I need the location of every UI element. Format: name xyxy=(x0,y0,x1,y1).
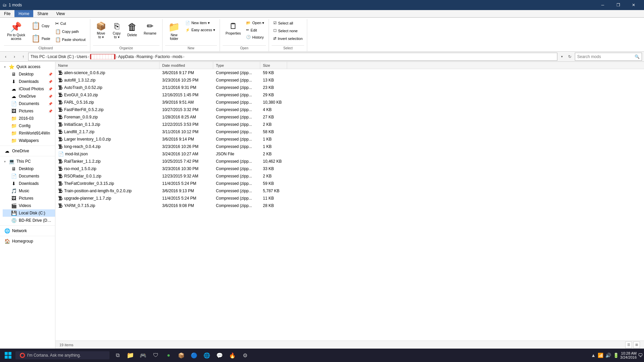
cut-button[interactable]: ✂ Cut xyxy=(53,20,87,27)
taskbar-app3[interactable]: 🛡 xyxy=(150,349,162,361)
sidebar-item-wallpapers[interactable]: 📁 Wallpapers xyxy=(3,137,55,144)
path-segment-user[interactable]: ████████ xyxy=(90,54,116,59)
easy-access-button[interactable]: ⚡ Easy access ▾ xyxy=(184,27,217,33)
table-row[interactable]: 🗜 TheFatController_0.3.15.zip 11/4/2015 … xyxy=(55,180,644,187)
table-row[interactable]: 📄 mod-list.json 3/24/2016 10:27 AM JSON … xyxy=(55,150,644,158)
refresh-button[interactable]: ↻ xyxy=(566,53,573,61)
table-row[interactable]: 🗜 AutoTrash_0.0.52.zip 2/11/2016 9:31 PM… xyxy=(55,84,644,91)
file-explorer-taskbar[interactable]: 📁 xyxy=(124,349,136,361)
close-button[interactable]: ✕ xyxy=(626,0,641,10)
select-none-button[interactable]: ☐ Select none xyxy=(272,28,304,34)
sidebar-item-config[interactable]: 📁 Config xyxy=(3,122,55,130)
taskbar-app5[interactable]: 📦 xyxy=(175,349,187,361)
move-to-button[interactable]: 📦 Moveto ▾ xyxy=(93,20,109,41)
back-button[interactable]: ‹ xyxy=(2,53,9,60)
tray-icon-1[interactable]: ▲ xyxy=(591,353,596,358)
battery-tray-icon[interactable]: 🔋 xyxy=(613,353,619,358)
sidebar-item-onedrive[interactable]: ☁ OneDrive 📌 xyxy=(3,93,55,100)
sidebar-item-pictures2[interactable]: 🖼 Pictures xyxy=(3,195,55,202)
path-segment-localdisk[interactable]: Local Disk (C:) xyxy=(48,54,74,59)
maximize-button[interactable]: ❐ xyxy=(610,0,626,10)
sidebar-item-music[interactable]: 🎵 Music xyxy=(3,187,55,195)
search-input[interactable] xyxy=(577,54,633,59)
path-segment-users[interactable]: Users xyxy=(77,54,87,59)
menu-file[interactable]: File xyxy=(0,10,14,17)
col-header-type[interactable]: Type xyxy=(213,62,260,69)
pin-to-quick-button[interactable]: 📌 Pin to Quickaccess xyxy=(4,20,28,42)
rename-button[interactable]: ✏ Rename xyxy=(141,20,159,37)
paste-button[interactable]: 📋 Paste xyxy=(29,33,53,45)
sidebar-item-icloud-photos[interactable]: ☁ iCloud Photos 📌 xyxy=(3,85,55,93)
path-segment-thispc[interactable]: This PC xyxy=(31,54,45,59)
taskbar-app7[interactable]: 💬 xyxy=(214,349,226,361)
table-row[interactable]: 🗜 YARM_0.7.15.zip 3/6/2016 9:08 PM Compr… xyxy=(55,202,644,209)
sidebar-item-2016-03[interactable]: 📁 2016-03 xyxy=(3,115,55,122)
sidebar-item-documents[interactable]: 📄 Documents 📌 xyxy=(3,100,55,107)
table-row[interactable]: 🗜 InitialScan_0.1.3.zip 12/22/2015 3:53 … xyxy=(55,121,644,128)
table-row[interactable]: 🗜 upgrade-planner_1.1.7.zip 11/4/2015 5:… xyxy=(55,195,644,202)
up-button[interactable]: ↑ xyxy=(19,53,27,60)
path-segment-factorio[interactable]: Factorio xyxy=(155,54,170,59)
icons-view-button[interactable]: ⊞ xyxy=(633,342,640,348)
table-row[interactable]: 🗜 long-reach_0.0.4.zip 3/23/2016 10:26 P… xyxy=(55,143,644,150)
sidebar-item-bdre[interactable]: 💿 BD-RE Drive (D:) Ver xyxy=(3,217,55,224)
table-row[interactable]: 🗜 alien-science_0.0.6.zip 3/6/2016 9:17 … xyxy=(55,69,644,76)
chrome-taskbar[interactable]: 🌐 xyxy=(201,349,213,361)
sidebar-item-rimworld[interactable]: 📁 RimWorld914Win xyxy=(3,130,55,137)
copy-button[interactable]: 📋 Copy xyxy=(29,20,53,32)
sidebar-item-network[interactable]: 🌐 Network xyxy=(0,227,55,235)
taskbar-app8[interactable]: 🔥 xyxy=(226,349,238,361)
taskbar-app6[interactable]: 🔵 xyxy=(188,349,200,361)
table-row[interactable]: 🗜 RailTanker_1.1.2.zip 10/25/2015 7:42 P… xyxy=(55,158,644,165)
sidebar-item-documents2[interactable]: 📄 Documents xyxy=(3,172,55,180)
minimize-button[interactable]: ─ xyxy=(595,0,610,10)
table-row[interactable]: 🗜 Foreman_0.0.9.zip 1/28/2016 8:25 AM Co… xyxy=(55,113,644,121)
start-button[interactable] xyxy=(1,349,15,362)
table-row[interactable]: 🗜 FARL_0.5.16.zip 3/9/2016 9:51 AM Compr… xyxy=(55,99,644,106)
sidebar-item-this-pc[interactable]: ▾ 💻 This PC xyxy=(0,158,55,165)
path-segment-mods[interactable]: mods xyxy=(173,54,182,59)
address-dropdown-button[interactable]: ▾ xyxy=(559,53,565,61)
path-segment-roaming[interactable]: Roaming xyxy=(136,54,152,59)
volume-tray-icon[interactable]: 🔊 xyxy=(605,353,611,358)
paste-shortcut-button[interactable]: 📋 Paste shortcut xyxy=(53,36,87,43)
taskbar-search[interactable]: ⭕ I'm Cortana. Ask me anything. xyxy=(15,351,109,359)
forward-button[interactable]: › xyxy=(11,53,18,60)
table-row[interactable]: 🗜 Train-position-and-length-fix_0.2.0.zi… xyxy=(55,187,644,195)
sidebar-item-videos[interactable]: 🎬 Videos xyxy=(3,202,55,209)
table-row[interactable]: 🗜 Larger Inventory_1.0.0.zip 3/6/2016 9:… xyxy=(55,136,644,143)
table-row[interactable]: 🗜 RSORadar_0.0.1.zip 12/23/2015 9:32 AM … xyxy=(55,172,644,180)
sidebar-item-quick-access[interactable]: ▾ ⭐ Quick access xyxy=(0,63,55,70)
invert-selection-button[interactable]: ⇄ Invert selection xyxy=(272,35,304,42)
steam-taskbar[interactable]: 🎮 xyxy=(137,349,149,361)
sidebar-item-homegroup[interactable]: 🏠 Homegroup xyxy=(0,238,55,245)
table-row[interactable]: 🗜 autofill_1.3.12.zip 3/23/2016 10:25 PM… xyxy=(55,76,644,84)
copy-to-button[interactable]: ⎘ Copyto ▾ xyxy=(110,20,124,41)
copy-path-button[interactable]: 📋 Copy path xyxy=(53,28,87,35)
details-view-button[interactable]: ☰ xyxy=(625,342,632,348)
sidebar-item-downloads[interactable]: ⬇ Downloads 📌 xyxy=(3,78,55,85)
taskbar-app4[interactable]: ● xyxy=(163,349,175,361)
path-segment-appdata[interactable]: AppData xyxy=(118,54,134,59)
sidebar-item-onedrive-main[interactable]: ☁ OneDrive xyxy=(0,147,55,155)
menu-view[interactable]: View xyxy=(52,10,69,17)
open-button[interactable]: 📂 Open ▾ xyxy=(244,20,266,26)
table-row[interactable]: 🗜 Landfill_2.1.7.zip 3/11/2016 10:12 PM … xyxy=(55,128,644,136)
task-view-button[interactable]: ⧉ xyxy=(111,349,124,361)
sidebar-item-desktop[interactable]: 🖥 Desktop 📌 xyxy=(3,70,55,78)
delete-button[interactable]: 🗑 Delete xyxy=(124,20,140,39)
new-item-button[interactable]: 📄 New item ▾ xyxy=(184,20,217,26)
table-row[interactable]: 🗜 FastFilterFill_0.5.2.zip 10/27/2015 3:… xyxy=(55,106,644,113)
menu-share[interactable]: Share xyxy=(33,10,52,17)
search-box[interactable]: 🔍 xyxy=(575,53,642,61)
col-header-size[interactable]: Size xyxy=(260,62,287,69)
sidebar-item-downloads2[interactable]: ⬇ Downloads xyxy=(3,180,55,187)
col-header-name[interactable]: Name xyxy=(55,62,159,69)
address-path[interactable]: This PC › Local Disk (C:) › Users › ████… xyxy=(28,53,557,61)
menu-home[interactable]: Home xyxy=(14,10,33,17)
select-all-button[interactable]: ☑ Select all xyxy=(272,20,304,26)
table-row[interactable]: 🗜 rso-mod_1.5.0.zip 3/23/2016 10:30 PM C… xyxy=(55,165,644,172)
properties-button[interactable]: 🗒 Properties xyxy=(223,20,244,37)
taskbar-app9[interactable]: ⚙ xyxy=(239,349,251,361)
network-tray-icon[interactable]: 📶 xyxy=(598,353,603,358)
